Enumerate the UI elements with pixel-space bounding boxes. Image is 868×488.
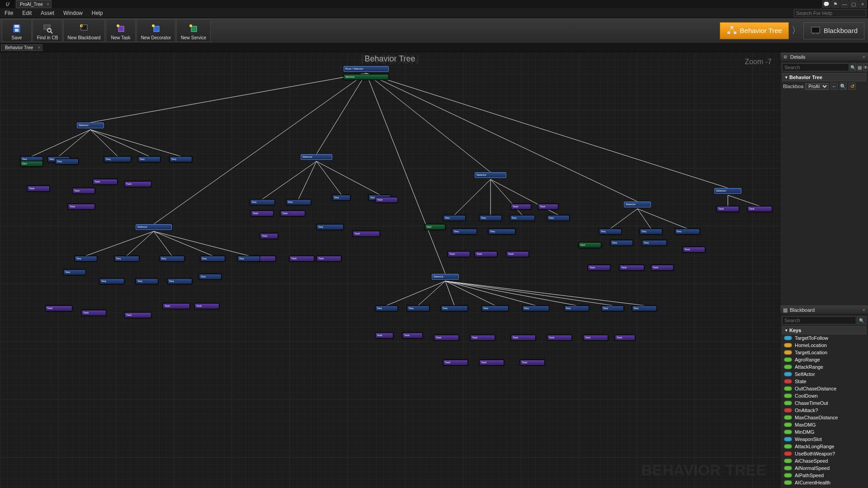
bt-node[interactable]: Seq	[104, 156, 131, 162]
key-row[interactable]: UseBothWeapon?	[782, 450, 866, 457]
bt-node[interactable]: Seq	[441, 305, 468, 311]
bt-node[interactable]: Seq	[332, 195, 350, 201]
bt-node[interactable]: Selector	[301, 154, 332, 160]
source-icon[interactable]: ⚑	[831, 0, 840, 8]
bt-node[interactable]: Seq	[479, 215, 502, 221]
bt-node[interactable]: Task	[506, 251, 529, 257]
key-row[interactable]: AiChaseSpeed	[782, 457, 866, 465]
bt-node[interactable]: Selector	[432, 274, 459, 280]
key-row[interactable]: State	[782, 378, 866, 385]
bt-node[interactable]: Seq	[237, 256, 260, 262]
bt-node[interactable]: Task	[475, 251, 497, 257]
bt-node[interactable]: Seq	[375, 305, 398, 311]
grid-icon[interactable]: ▦	[857, 63, 862, 71]
details-search-input[interactable]	[782, 63, 849, 71]
bt-node[interactable]: Seq	[481, 305, 509, 311]
blackboard-search-input[interactable]	[782, 316, 856, 324]
bt-node[interactable]: Seq	[114, 256, 139, 262]
tab-behavior-tree[interactable]: Behavior Tree ×	[1, 44, 42, 51]
bt-node[interactable]: Seq	[642, 240, 667, 246]
bt-node[interactable]: Seq	[170, 156, 192, 162]
bt-node[interactable]: Task	[547, 335, 572, 341]
close-button[interactable]: ×	[859, 0, 867, 8]
menu-help[interactable]: Help	[87, 8, 108, 18]
key-row[interactable]: AiPathSpeed	[782, 472, 866, 479]
bt-node[interactable]: Task	[72, 188, 95, 194]
bt-node[interactable]: Seq	[599, 229, 622, 235]
menu-asset[interactable]: Asset	[36, 8, 59, 18]
bt-node[interactable]: Task	[511, 204, 531, 210]
key-row[interactable]: MinDMG	[782, 428, 866, 436]
bt-node[interactable]: Task	[289, 256, 314, 262]
blackboard-panel-header[interactable]: ▥ Blackboard ×	[780, 305, 868, 314]
key-row[interactable]: AiNormalSpeed	[782, 465, 866, 472]
bt-node[interactable]: Task	[251, 211, 274, 216]
key-row[interactable]: AttackLongRange	[782, 443, 866, 450]
bt-node[interactable]: Task	[615, 335, 635, 341]
bt-node[interactable]: Seq	[160, 256, 184, 262]
key-row[interactable]: AICurrentHealth	[782, 479, 866, 486]
bt-node[interactable]: Selector	[714, 188, 741, 194]
bt-node[interactable]: Seq	[99, 278, 124, 284]
bt-node[interactable]: Seq	[75, 256, 97, 262]
bt-node[interactable]: Selector	[77, 122, 104, 128]
bt-node[interactable]: Wait	[375, 333, 393, 338]
key-row[interactable]: AgroRange	[782, 356, 866, 363]
bt-node[interactable]: Task	[124, 181, 151, 187]
eye-icon[interactable]: 👁	[863, 63, 868, 71]
details-panel-header[interactable]: ⛭ Details ×	[780, 52, 868, 61]
window-tab[interactable]: ProAI_Tree ×	[16, 0, 52, 8]
bt-node[interactable]: Service	[344, 74, 389, 80]
bt-node[interactable]: Seq	[443, 215, 466, 221]
bt-node[interactable]: Dec	[20, 161, 43, 167]
bt-node[interactable]: Seq	[136, 278, 158, 284]
bt-node[interactable]: Task	[45, 305, 72, 311]
close-icon[interactable]: ×	[863, 54, 865, 60]
bt-node[interactable]: Task	[511, 335, 536, 341]
bt-node[interactable]: Seq	[167, 278, 192, 284]
new-task-button[interactable]: New Task	[106, 19, 136, 42]
bt-node[interactable]: Task	[619, 265, 644, 271]
bt-node[interactable]: Selector	[136, 224, 172, 230]
bt-node[interactable]: Seq	[55, 159, 79, 164]
key-row[interactable]: CoolDown	[782, 392, 866, 399]
menu-window[interactable]: Window	[59, 8, 87, 18]
key-row[interactable]: SelfActor	[782, 371, 866, 378]
key-row[interactable]: OutChaseDistance	[782, 385, 866, 392]
bt-node[interactable]: Seq	[610, 240, 633, 246]
new-blackboard-button[interactable]: ✦ New Blackboard	[63, 19, 105, 42]
bt-node[interactable]: Root / Selector	[344, 66, 389, 72]
mode-behavior-tree[interactable]: Behavior Tree	[720, 22, 789, 39]
bt-node[interactable]: Selector	[624, 202, 651, 207]
bt-node[interactable]: Task	[434, 335, 459, 341]
bt-node[interactable]: Task	[124, 312, 151, 318]
find-in-cb-button[interactable]: Find in CB	[33, 19, 62, 42]
bt-node[interactable]: Task	[353, 231, 380, 237]
key-row[interactable]: TargetToFollow	[782, 334, 866, 342]
bt-node[interactable]: Seq	[522, 305, 549, 311]
bt-node[interactable]: Seq	[601, 305, 624, 311]
bt-node[interactable]: Seq	[199, 274, 222, 280]
bt-node[interactable]: Task	[93, 179, 118, 185]
key-row[interactable]: MaxDMG	[782, 421, 866, 428]
bt-node[interactable]: Task	[520, 360, 545, 366]
search-icon[interactable]: 🔍	[850, 63, 856, 71]
key-row[interactable]: ChaseTimeOut	[782, 399, 866, 407]
bt-node[interactable]: Seq	[250, 199, 275, 205]
bt-node[interactable]: Task	[375, 197, 398, 203]
mode-blackboard[interactable]: Blackboard	[803, 22, 864, 39]
bt-node[interactable]: Seq	[488, 229, 515, 235]
details-section-bt[interactable]: Behavior Tree	[782, 73, 866, 81]
menu-edit[interactable]: Edit	[18, 8, 36, 18]
bt-node[interactable]: Seq	[63, 269, 86, 275]
bt-node[interactable]: Selector	[475, 172, 506, 178]
bt-node[interactable]: Task	[470, 335, 495, 341]
minimize-button[interactable]: —	[840, 0, 849, 8]
bt-node[interactable]: Task	[448, 251, 470, 257]
key-row[interactable]: MaxChaseDistance	[782, 414, 866, 421]
bt-node[interactable]: Task	[27, 186, 50, 192]
key-row[interactable]: TargetLocation	[782, 349, 866, 356]
bt-node[interactable]: Task	[717, 206, 739, 212]
close-icon[interactable]: ×	[38, 45, 40, 50]
bt-node[interactable]: Seq	[200, 256, 225, 262]
